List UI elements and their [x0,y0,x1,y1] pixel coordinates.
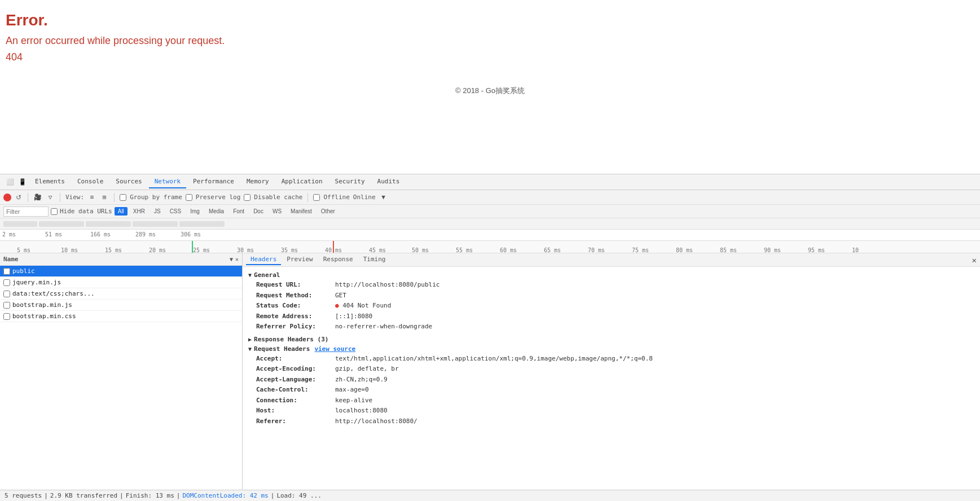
error-code: 404 [6,51,974,63]
page-content: Error. An error occurred while processin… [0,0,980,164]
copyright-text: © 2018 - Go抽奖系统 [6,86,974,96]
error-message: An error occurred while processing your … [6,35,974,47]
error-title: Error. [6,11,974,29]
